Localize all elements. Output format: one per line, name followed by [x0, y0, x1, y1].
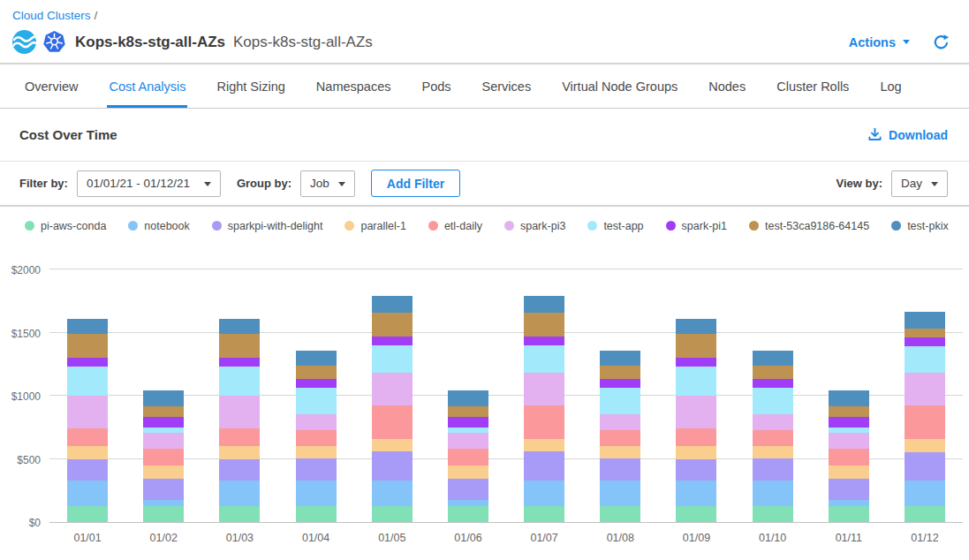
bar-segment-parallel-1 — [219, 446, 260, 458]
x-axis-tick-label: 01/08 — [582, 532, 658, 544]
bar-segment-test-pkix — [143, 390, 184, 407]
breadcrumb-separator: / — [95, 9, 98, 22]
tab-virtual-node-groups[interactable]: Virtual Node Groups — [560, 65, 679, 108]
bar-segment-pi-aws-conda — [448, 506, 488, 522]
top-bar: Cloud Clusters/ Kops-k8s-stg-all- — [0, 0, 969, 63]
bar-segment-parallel-1 — [67, 446, 108, 458]
stacked-bar-01/03 — [219, 319, 260, 522]
legend-label: spark-pi1 — [682, 220, 727, 232]
breadcrumb: Cloud Clusters/ — [12, 9, 950, 22]
chart-x-axis: 01/0101/0201/0301/0401/0501/0601/0701/08… — [49, 532, 963, 544]
bar-segment-test-app — [219, 367, 260, 396]
bar-segment-parallel-1 — [448, 465, 488, 480]
legend-item-notebook[interactable]: notebook — [128, 220, 189, 232]
legend-dot-icon — [587, 221, 597, 231]
tab-services[interactable]: Services — [481, 65, 534, 108]
tab-cluster-rolls[interactable]: Cluster Rolls — [775, 65, 851, 108]
bar-slot-01/08 — [582, 270, 658, 522]
bar-segment-spark-pi3 — [143, 433, 184, 449]
breadcrumb-cloud-clusters-link[interactable]: Cloud Clusters — [12, 9, 91, 22]
tab-overview[interactable]: Overview — [23, 65, 79, 108]
bar-segment-spark-pi1 — [143, 417, 184, 428]
stacked-bar-01/09 — [676, 319, 716, 522]
bar-slot-01/06 — [430, 270, 506, 522]
bar-slot-01/01 — [49, 270, 125, 522]
stacked-bar-01/04 — [296, 351, 337, 522]
download-button[interactable]: Download — [867, 127, 948, 142]
y-axis-tick-label: $500 — [17, 454, 41, 466]
legend-item-test-pkix[interactable]: test-pkix — [891, 220, 949, 232]
bar-segment-spark-pi1 — [600, 379, 640, 388]
bar-segment-test-app — [296, 388, 337, 414]
kubernetes-logo-icon — [42, 30, 66, 54]
legend-item-test-53ca9186-64145[interactable]: test-53ca9186-64145 — [749, 220, 869, 232]
bar-segment-test-53ca9186-64145 — [753, 366, 793, 379]
bar-segment-sparkpi-with-delight — [676, 459, 716, 481]
legend-item-pi-aws-conda[interactable]: pi-aws-conda — [25, 220, 106, 232]
bar-segment-pi-aws-conda — [219, 506, 260, 522]
bar-segment-spark-pi3 — [67, 396, 108, 428]
view-by-select[interactable]: Day — [891, 170, 948, 197]
x-axis-tick-label: 01/05 — [354, 532, 430, 544]
bar-segment-notebook — [296, 481, 337, 506]
bar-segment-spark-pi3 — [296, 414, 337, 430]
group-by-label: Group by: — [237, 177, 291, 190]
actions-button[interactable]: Actions — [849, 35, 910, 49]
bar-segment-sparkpi-with-delight — [753, 458, 793, 481]
bar-segment-test-app — [524, 345, 564, 373]
bar-segment-parallel-1 — [524, 439, 564, 451]
tab-nodes[interactable]: Nodes — [707, 65, 747, 108]
group-by-select[interactable]: Job — [300, 170, 355, 197]
bar-segment-etl-daily — [296, 430, 337, 447]
tab-right-sizing[interactable]: Right Sizing — [215, 65, 286, 108]
legend-item-spark-pi1[interactable]: spark-pi1 — [666, 220, 727, 232]
bar-segment-notebook — [143, 500, 184, 506]
bar-segment-parallel-1 — [296, 446, 337, 458]
legend-item-test-app[interactable]: test-app — [587, 220, 643, 232]
bar-segment-spark-pi3 — [829, 433, 869, 449]
bar-segment-etl-daily — [448, 449, 488, 465]
bar-segment-etl-daily — [67, 428, 108, 446]
bar-segment-spark-pi3 — [905, 373, 945, 405]
bar-segment-notebook — [372, 481, 413, 506]
stacked-bar-01/06 — [448, 390, 488, 522]
header-actions: Actions — [849, 34, 950, 50]
bar-segment-spark-pi1 — [67, 358, 108, 367]
legend-item-sparkpi-with-delight[interactable]: sparkpi-with-delight — [212, 220, 323, 232]
legend-dot-icon — [666, 221, 676, 231]
chevron-down-icon — [204, 182, 211, 186]
bar-segment-sparkpi-with-delight — [600, 458, 640, 481]
legend-item-parallel-1[interactable]: parallel-1 — [344, 220, 405, 232]
tab-pods[interactable]: Pods — [420, 65, 452, 108]
bar-segment-spark-pi1 — [753, 379, 793, 388]
tab-namespaces[interactable]: Namespaces — [314, 65, 393, 108]
tab-cost-analysis[interactable]: Cost Analysis — [107, 65, 187, 108]
stacked-bar-01/05 — [372, 296, 413, 522]
bar-slot-01/04 — [278, 270, 354, 522]
legend-item-spark-pi3[interactable]: spark-pi3 — [504, 220, 565, 232]
tab-log[interactable]: Log — [878, 65, 903, 108]
bar-slot-01/07 — [506, 270, 582, 522]
y-axis-tick-label: $1000 — [11, 390, 41, 403]
bar-segment-notebook — [67, 481, 108, 506]
chevron-down-icon — [931, 182, 938, 186]
filter-bar: Filter by: 01/01/21 - 01/12/21 Group by:… — [0, 162, 969, 205]
bar-segment-parallel-1 — [753, 446, 793, 458]
bar-segment-spark-pi1 — [219, 358, 260, 367]
bar-segment-sparkpi-with-delight — [448, 479, 488, 500]
legend-dot-icon — [344, 221, 354, 231]
date-range-select[interactable]: 01/01/21 - 01/12/21 — [77, 170, 221, 197]
bar-segment-sparkpi-with-delight — [524, 451, 564, 481]
add-filter-button[interactable]: Add Filter — [371, 170, 460, 197]
stacked-bar-01/01 — [67, 319, 108, 522]
refresh-icon[interactable] — [933, 34, 950, 50]
legend-item-etl-daily[interactable]: etl-daily — [428, 220, 482, 232]
bar-slot-01/10 — [735, 270, 811, 522]
bar-segment-test-53ca9186-64145 — [448, 406, 488, 416]
view-by-value: Day — [901, 177, 922, 190]
bar-segment-sparkpi-with-delight — [905, 452, 945, 481]
bar-segment-pi-aws-conda — [296, 506, 337, 522]
bar-segment-pi-aws-conda — [372, 506, 413, 522]
bar-segment-test-pkix — [524, 296, 564, 313]
bar-segment-spark-pi3 — [372, 373, 413, 405]
